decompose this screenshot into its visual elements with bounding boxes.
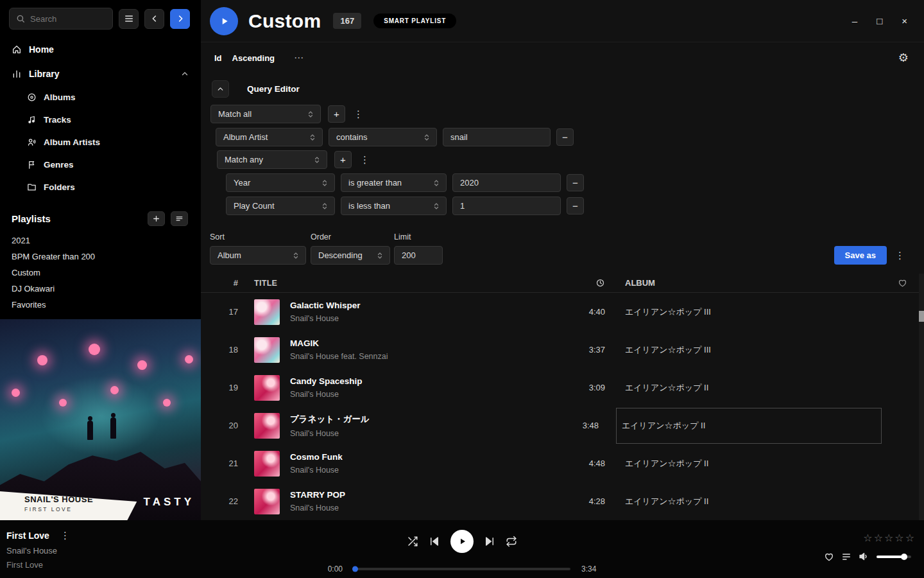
sort-field-button[interactable]: Id xyxy=(214,53,222,63)
now-playing-title[interactable]: First Love xyxy=(6,530,49,541)
add-rule-button[interactable]: + xyxy=(328,105,345,123)
menu-button[interactable] xyxy=(119,9,139,29)
search-box[interactable] xyxy=(9,8,113,30)
seek-slider-knob[interactable] xyxy=(352,566,358,572)
nav-forward-button[interactable] xyxy=(170,9,190,29)
focused-album-cell[interactable]: エイリアン☆ポップ II xyxy=(616,408,882,444)
star-icon[interactable]: ☆ xyxy=(863,533,872,543)
select-caret-icon xyxy=(376,251,384,260)
seek-slider[interactable] xyxy=(354,568,570,570)
playlist-item[interactable]: BPM Greater than 200 xyxy=(0,249,201,265)
shuffle-button[interactable] xyxy=(407,536,418,547)
sidebar-item-library[interactable]: Library xyxy=(0,62,201,86)
chevron-up-icon[interactable] xyxy=(180,69,189,78)
order-select[interactable]: Descending xyxy=(311,246,390,265)
scrollbar-thumb[interactable] xyxy=(919,311,924,322)
now-playing-artist[interactable]: Snail's House xyxy=(6,546,70,556)
group-options-icon[interactable]: ⋮ xyxy=(351,109,366,120)
minimize-button[interactable]: – xyxy=(852,16,857,26)
match-type-select[interactable]: Match any xyxy=(217,150,327,169)
sidebar-item-albums[interactable]: Albums xyxy=(27,86,201,109)
table-row[interactable]: 19 Candy Spaceship Snail's House 3:09 エイ… xyxy=(201,369,924,407)
query-subgroup-row: Match any + ⋮ xyxy=(217,150,924,169)
playlist-item[interactable]: Favorites xyxy=(0,297,201,313)
volume-icon[interactable] xyxy=(859,551,869,562)
duration-column-clock-icon[interactable] xyxy=(560,278,605,288)
column-header-title[interactable]: TITLE xyxy=(254,279,560,288)
track-album[interactable]: エイリアン☆ポップ III xyxy=(625,344,882,356)
order-label: Order xyxy=(311,232,394,241)
playlist-item[interactable]: Custom xyxy=(0,265,201,281)
track-artwork-thumbnail xyxy=(254,413,280,439)
search-input[interactable] xyxy=(30,14,106,24)
volume-slider-knob[interactable] xyxy=(901,554,907,560)
next-track-button[interactable] xyxy=(484,536,495,547)
repeat-button[interactable] xyxy=(506,536,517,547)
table-row[interactable]: 17 Galactic Whisper Snail's House 4:40 エ… xyxy=(201,293,924,331)
track-title-block: プラネット・ガール Snail's House xyxy=(290,414,554,438)
now-playing-album[interactable]: First Love xyxy=(6,560,70,570)
rule-operator-select[interactable]: is greater than xyxy=(341,173,447,192)
nav-back-button[interactable] xyxy=(144,9,164,29)
add-rule-button[interactable]: + xyxy=(334,151,352,168)
rule-operator-select[interactable]: is less than xyxy=(341,197,447,215)
rule-operator-select[interactable]: contains xyxy=(329,128,437,146)
rule-field-select[interactable]: Play Count xyxy=(226,197,335,215)
track-album[interactable]: エイリアン☆ポップ II xyxy=(625,458,882,469)
remove-rule-button[interactable]: − xyxy=(556,128,574,146)
rule-field-select[interactable]: Album Artist xyxy=(216,128,323,146)
remove-rule-button[interactable]: − xyxy=(567,174,584,191)
sidebar-item-album-artists[interactable]: Album Artists xyxy=(27,131,201,153)
volume-slider[interactable] xyxy=(877,556,911,558)
group-options-icon[interactable]: ⋮ xyxy=(357,154,372,166)
more-options-icon[interactable]: ⋯ xyxy=(294,52,304,64)
sidebar-item-genres[interactable]: Genres xyxy=(27,153,201,176)
table-row[interactable]: 18 MAGIK Snail's House feat. Sennzai 3:3… xyxy=(201,331,924,369)
rule-field-select[interactable]: Year xyxy=(226,173,335,192)
play-playlist-button[interactable] xyxy=(210,7,238,35)
track-album[interactable]: エイリアン☆ポップ II xyxy=(625,496,882,507)
collapse-query-editor-button[interactable] xyxy=(212,80,229,98)
sort-select[interactable]: Album xyxy=(210,246,306,265)
now-playing-artwork[interactable]: SNAIL'S HOUSE FIRST LOVE TASTY xyxy=(0,319,201,520)
sidebar-item-home[interactable]: Home xyxy=(0,37,201,62)
sidebar-item-tracks[interactable]: Tracks xyxy=(27,109,201,131)
save-as-button[interactable]: Save as xyxy=(834,246,887,265)
save-options-icon[interactable]: ⋮ xyxy=(893,250,907,261)
now-playing-options-icon[interactable]: ⋮ xyxy=(60,530,70,541)
track-album[interactable]: エイリアン☆ポップ III xyxy=(625,306,882,318)
rule-value-input[interactable] xyxy=(443,128,551,146)
previous-track-button[interactable] xyxy=(429,536,440,547)
playlist-item[interactable]: 2021 xyxy=(0,232,201,249)
add-playlist-button[interactable] xyxy=(148,211,165,226)
track-album[interactable]: エイリアン☆ポップ II xyxy=(625,382,882,394)
remove-rule-button[interactable]: − xyxy=(567,197,584,215)
track-artist: Snail's House feat. Sennzai xyxy=(290,352,560,361)
match-type-select[interactable]: Match all xyxy=(210,105,321,123)
rule-value-input[interactable] xyxy=(452,197,561,215)
sidebar-item-folders[interactable]: Folders xyxy=(27,176,201,198)
table-row[interactable]: 22 STARRY POP Snail's House 4:28 エイリアン☆ポ… xyxy=(201,482,924,520)
rule-value-input[interactable] xyxy=(452,173,561,192)
table-row[interactable]: 20 プラネット・ガール Snail's House 3:48 エイリアン☆ポッ… xyxy=(201,407,924,444)
column-header-index[interactable]: # xyxy=(212,278,238,288)
star-icon[interactable]: ☆ xyxy=(894,533,903,543)
track-number: 19 xyxy=(212,383,238,392)
star-icon[interactable]: ☆ xyxy=(905,533,914,543)
favorite-column-heart-icon[interactable] xyxy=(882,278,907,288)
table-scrollbar[interactable] xyxy=(919,274,924,520)
gear-icon[interactable]: ⚙ xyxy=(898,52,909,64)
limit-input[interactable] xyxy=(394,246,443,265)
queue-button[interactable] xyxy=(841,552,851,562)
star-icon[interactable]: ☆ xyxy=(884,533,893,543)
maximize-button[interactable]: □ xyxy=(877,16,882,26)
star-icon[interactable]: ☆ xyxy=(874,533,883,543)
sort-order-button[interactable]: Ascending xyxy=(232,53,275,63)
column-header-album[interactable]: ALBUM xyxy=(625,278,882,288)
favorite-heart-button[interactable] xyxy=(824,552,834,562)
close-button[interactable]: × xyxy=(902,16,907,26)
playlist-item[interactable]: DJ Okawari xyxy=(0,281,201,297)
manage-playlists-button[interactable] xyxy=(171,211,188,226)
play-pause-button[interactable] xyxy=(450,530,474,553)
table-row[interactable]: 21 Cosmo Funk Snail's House 4:48 エイリアン☆ポ… xyxy=(201,444,924,482)
